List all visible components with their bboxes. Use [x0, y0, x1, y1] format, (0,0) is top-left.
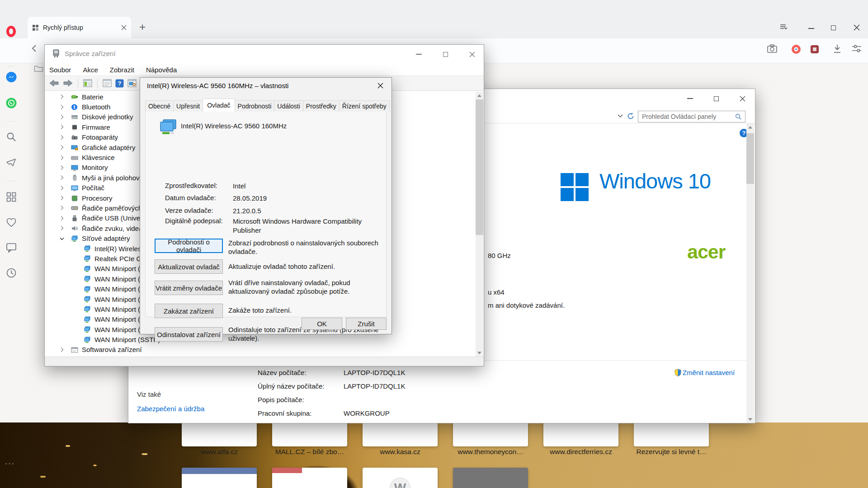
- chevron-collapsed-icon[interactable]: [58, 215, 66, 222]
- netadapter-icon: [84, 306, 91, 312]
- scrollbar-thumb[interactable]: [476, 99, 483, 235]
- driver-tab-page: Intel(R) Wireless-AC 9560 160MHz Zprostř…: [145, 111, 387, 317]
- cpu-speed-fragment: 80 GHz: [488, 252, 511, 259]
- chevron-collapsed-icon[interactable]: [58, 93, 66, 100]
- chevron-expanded-icon[interactable]: [58, 235, 66, 242]
- scrollbar-thumb[interactable]: [746, 133, 754, 184]
- speed-dial-label: Rezervujte si levné t…: [626, 448, 717, 456]
- extension-icon[interactable]: [810, 45, 819, 54]
- properties-icon[interactable]: [103, 79, 112, 87]
- chevron-collapsed-icon[interactable]: [58, 123, 66, 131]
- ok-button[interactable]: OK: [302, 318, 342, 330]
- tab-obecné[interactable]: Obecné: [145, 100, 174, 112]
- chevron-collapsed-icon[interactable]: [58, 154, 66, 161]
- security-maintenance-link[interactable]: Zabezpečení a údržba: [137, 405, 204, 413]
- chevron-collapsed-icon[interactable]: [58, 204, 66, 211]
- chevron-collapsed-icon[interactable]: [58, 225, 66, 232]
- dm-minimize-button[interactable]: [410, 48, 428, 60]
- tab-ovladač[interactable]: Ovladač: [203, 99, 235, 112]
- podrobnosti-o-ovlada-i-button[interactable]: Podrobnosti o ovladači: [155, 239, 223, 253]
- sidebar-overflow-icon[interactable]: ⋯: [5, 458, 15, 469]
- menu-item-soubor[interactable]: Soubor: [45, 66, 75, 74]
- tab-prostředky[interactable]: Prostředky: [303, 100, 340, 112]
- folder-icon[interactable]: [34, 65, 43, 72]
- history-clock-icon[interactable]: [5, 267, 17, 279]
- chevron-collapsed-icon[interactable]: [58, 194, 66, 202]
- chevron-collapsed-icon[interactable]: [58, 184, 66, 192]
- scan-hardware-icon[interactable]: [127, 79, 137, 87]
- usb-icon: [71, 215, 78, 221]
- chevron-collapsed-icon[interactable]: [58, 144, 66, 151]
- scroll-down-icon[interactable]: [746, 415, 754, 423]
- window-minimize-button[interactable]: [808, 28, 814, 29]
- chevron-collapsed-icon[interactable]: [58, 134, 66, 141]
- easy-setup-sliders-icon[interactable]: [852, 44, 862, 53]
- back-arrow-icon[interactable]: [49, 79, 59, 87]
- tab-upřesnit[interactable]: Upřesnit: [173, 100, 203, 112]
- window-maximize-button[interactable]: [831, 25, 836, 30]
- speed-dial-tile[interactable]: [453, 468, 528, 488]
- tab-podrobnosti[interactable]: Podrobnosti: [235, 100, 275, 112]
- messenger-icon[interactable]: [5, 71, 17, 83]
- help-toolbar-icon[interactable]: ?: [115, 79, 124, 88]
- window-close-button[interactable]: [854, 24, 860, 31]
- tree-item[interactable]: Softwarová zařízení: [45, 345, 476, 355]
- system-maximize-button[interactable]: [707, 93, 725, 104]
- chevron-collapsed-icon[interactable]: [58, 174, 66, 181]
- system-minimize-button[interactable]: [681, 93, 699, 104]
- forward-arrow-icon[interactable]: [63, 79, 73, 87]
- personal-news-icon[interactable]: [5, 241, 17, 253]
- scroll-down-icon[interactable]: [476, 349, 483, 357]
- chevron-collapsed-icon[interactable]: [58, 103, 66, 111]
- console-tree-icon[interactable]: [83, 79, 92, 87]
- system-field-value: LAPTOP-ID7DQL1K: [344, 369, 405, 376]
- system-close-button[interactable]: [733, 93, 751, 104]
- change-settings-link[interactable]: Změnit nastavení: [675, 369, 735, 376]
- tree-item-label: Síťové adaptéry: [82, 235, 130, 242]
- cancel-button[interactable]: Zrušit: [346, 318, 387, 330]
- chevron-collapsed-icon[interactable]: [58, 346, 66, 353]
- opera-logo-icon[interactable]: [5, 25, 17, 38]
- search-magnifier-icon[interactable]: [735, 113, 742, 120]
- whatsapp-icon[interactable]: [5, 97, 17, 109]
- menu-item-zobrazit[interactable]: Zobrazit: [105, 66, 139, 74]
- speed-dial-icon[interactable]: [5, 191, 17, 203]
- dialog-close-icon[interactable]: [371, 80, 390, 92]
- tab-close-icon[interactable]: [121, 25, 127, 30]
- dm-close-button[interactable]: [463, 48, 481, 60]
- zak-zat-za-zen--button[interactable]: Zakázat zařízení: [155, 304, 223, 318]
- speed-dial-tile[interactable]: W: [363, 468, 438, 488]
- speed-dial-label: www.kasa.cz: [355, 448, 445, 456]
- chevron-collapsed-icon[interactable]: [58, 164, 66, 171]
- back-icon[interactable]: [30, 43, 40, 53]
- system-scrollbar[interactable]: [746, 123, 754, 423]
- scroll-up-icon[interactable]: [476, 92, 483, 99]
- chevron-collapsed-icon[interactable]: [58, 113, 66, 121]
- refresh-icon[interactable]: [627, 112, 635, 120]
- address-dropdown-icon[interactable]: [618, 114, 623, 118]
- control-panel-search-input[interactable]: [638, 111, 745, 122]
- speed-dial-tile[interactable]: [272, 468, 347, 488]
- bookmarks-heart-icon[interactable]: [5, 216, 17, 228]
- tab-menu-icon[interactable]: [779, 23, 788, 31]
- speed-dial-tile[interactable]: [182, 468, 257, 488]
- extension-badge-icon[interactable]: [791, 44, 801, 54]
- dm-scrollbar[interactable]: [476, 92, 483, 357]
- tab-řízení spotřeby[interactable]: Řízení spotřeby: [339, 100, 390, 112]
- download-icon[interactable]: [833, 44, 842, 54]
- telegram-icon[interactable]: [5, 156, 17, 169]
- change-settings-label[interactable]: Změnit nastavení: [683, 369, 735, 376]
- new-tab-button[interactable]: +: [136, 21, 149, 34]
- menu-item-akce[interactable]: Akce: [78, 66, 102, 74]
- browser-tab-speed-dial[interactable]: Rychlý přístup: [28, 17, 131, 38]
- scroll-up-icon[interactable]: [746, 123, 754, 131]
- tab-události[interactable]: Události: [274, 100, 303, 112]
- vr-tit-zm-ny-ovlada-e-button[interactable]: Vrátit změny ovladače: [155, 281, 223, 295]
- aktualizovat-ovlada--button[interactable]: Aktualizovat ovladač: [155, 259, 223, 274]
- display-icon: [71, 144, 78, 150]
- search-icon[interactable]: [5, 131, 17, 143]
- dm-maximize-button[interactable]: [436, 48, 454, 60]
- snapshot-camera-icon[interactable]: [767, 44, 778, 54]
- menu-item-nápověda[interactable]: Nápověda: [142, 66, 181, 74]
- odinstalovat-za-zen--button[interactable]: Odinstalovat zařízení: [155, 327, 223, 342]
